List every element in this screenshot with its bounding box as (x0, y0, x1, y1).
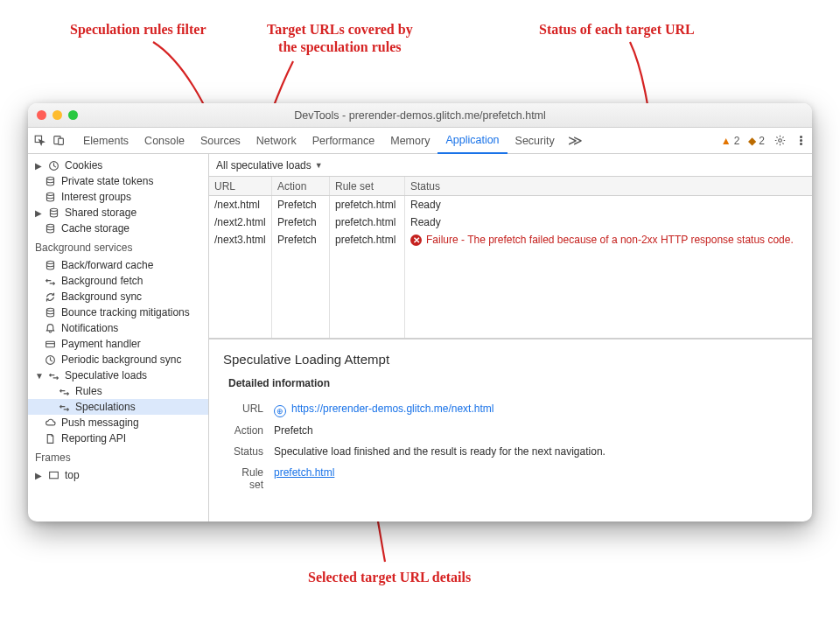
sidebar-item-background-sync[interactable]: Background sync (28, 289, 208, 304)
more-icon[interactable] (794, 135, 807, 147)
doc-icon (44, 432, 56, 444)
col-action[interactable]: Action (272, 177, 330, 195)
device-icon[interactable] (52, 135, 65, 147)
sidebar-item-push-messaging[interactable]: Push messaging (28, 415, 208, 430)
col-status[interactable]: Status (405, 177, 812, 195)
detail-ruleset-link[interactable]: prefetch.html (274, 466, 334, 479)
svg-point-8 (46, 177, 53, 179)
svg-point-4 (800, 136, 802, 137)
detail-action-label: Action (228, 424, 274, 437)
table-row[interactable]: /next3.htmlPrefetchprefetch.html✕Failure… (209, 231, 812, 248)
frame-icon (47, 469, 60, 481)
sidebar: ▶CookiesPrivate state tokensInterest gro… (28, 154, 209, 522)
annotation-status: Status of each target URL (539, 21, 695, 38)
svg-rect-2 (58, 138, 63, 144)
db-icon (44, 191, 56, 203)
sidebar-group-frames: Frames (28, 446, 208, 467)
gear-icon[interactable] (774, 135, 786, 147)
card-icon (44, 338, 56, 350)
detail-ruleset-label: Rule set (228, 466, 274, 491)
inspect-icon[interactable] (33, 135, 46, 147)
tab-console[interactable]: Console (136, 128, 192, 154)
tab-network[interactable]: Network (248, 128, 304, 154)
svg-point-10 (50, 208, 57, 211)
sidebar-item-top[interactable]: ▶top (28, 467, 208, 483)
speculative-filter-dropdown[interactable]: All speculative loads ▼ (216, 159, 323, 172)
col-url[interactable]: URL (209, 177, 272, 195)
svg-point-11 (46, 224, 53, 227)
detail-subheading: Detailed information (223, 377, 798, 389)
tab-memory[interactable]: Memory (382, 128, 438, 154)
svg-point-12 (46, 261, 53, 263)
col-ruleset[interactable]: Rule set (330, 177, 405, 195)
annotation-filter: Speculation rules filter (70, 21, 206, 38)
speculations-table: URL Action Rule set Status /next.htmlPre… (209, 177, 812, 339)
sidebar-item-speculations[interactable]: Speculations (28, 399, 208, 415)
tab-bar: ElementsConsoleSourcesNetworkPerformance… (28, 128, 812, 154)
sidebar-item-shared-storage[interactable]: ▶Shared storage (28, 205, 208, 220)
sidebar-item-background-fetch[interactable]: Background fetch (28, 273, 208, 289)
table-row[interactable]: /next.htmlPrefetchprefetch.htmlReady (209, 196, 812, 214)
sidebar-item-bounce-tracking-mitigations[interactable]: Bounce tracking mitigations (28, 304, 208, 320)
titlebar: DevTools - prerender-demos.glitch.me/pre… (28, 103, 812, 128)
tab-performance[interactable]: Performance (304, 128, 383, 154)
sidebar-group-background: Background services (28, 236, 208, 257)
db-icon (47, 206, 60, 219)
tab-security[interactable]: Security (508, 128, 563, 154)
cloud-icon (44, 416, 56, 429)
sidebar-item-interest-groups[interactable]: Interest groups (28, 189, 208, 205)
detail-status-label: Status (228, 445, 274, 458)
sync-icon (44, 290, 56, 303)
window-title: DevTools - prerender-demos.glitch.me/pre… (28, 109, 812, 122)
detail-status-value: Speculative load finished and the result… (274, 445, 798, 458)
filter-bar: All speculative loads ▼ (209, 154, 812, 177)
detail-panel: Speculative Loading Attempt Detailed inf… (209, 339, 812, 511)
sidebar-item-cache-storage[interactable]: Cache storage (28, 220, 208, 236)
warnings-badge[interactable]: ▲2 (721, 135, 740, 147)
detail-heading: Speculative Loading Attempt (223, 352, 798, 367)
detail-url-label: URL (228, 402, 274, 416)
annotation-urls: Target URLs covered by the speculation r… (267, 21, 413, 56)
tab-elements[interactable]: Elements (75, 128, 136, 154)
sidebar-item-back-forward-cache[interactable]: Back/forward cache (28, 257, 208, 273)
svg-rect-14 (46, 341, 54, 347)
table-body: /next.htmlPrefetchprefetch.htmlReady/nex… (209, 196, 812, 338)
db-icon (44, 306, 56, 318)
svg-point-13 (46, 308, 53, 311)
issues-badge[interactable]: ◆2 (748, 135, 765, 147)
globe-icon: ⊕ (274, 405, 286, 417)
arrows-icon (58, 401, 70, 413)
sidebar-item-cookies[interactable]: ▶Cookies (28, 158, 208, 173)
sidebar-item-rules[interactable]: Rules (28, 383, 208, 399)
table-row[interactable]: /next2.htmlPrefetchprefetch.htmlReady (209, 214, 812, 231)
db-icon (44, 175, 56, 187)
main-panel: All speculative loads ▼ URL Action Rule … (209, 154, 812, 522)
sidebar-item-reporting-api[interactable]: Reporting API (28, 430, 208, 446)
db-icon (44, 259, 56, 271)
arrows-icon (44, 275, 56, 287)
bell-icon (44, 322, 56, 334)
db-icon (44, 222, 56, 234)
sidebar-item-notifications[interactable]: Notifications (28, 320, 208, 336)
table-header: URL Action Rule set Status (209, 177, 812, 196)
detail-action-value: Prefetch (274, 424, 798, 437)
error-icon: ✕ (410, 234, 422, 246)
tabs-overflow-icon[interactable]: ≫ (568, 132, 583, 149)
tab-application[interactable]: Application (438, 128, 507, 154)
svg-rect-16 (49, 472, 58, 478)
sidebar-item-payment-handler[interactable]: Payment handler (28, 336, 208, 352)
annotation-details: Selected target URL details (308, 569, 471, 586)
panel-tabs: ElementsConsoleSourcesNetworkPerformance… (75, 128, 563, 154)
tab-sources[interactable]: Sources (192, 128, 248, 154)
arrows-icon (58, 385, 70, 397)
detail-url-link[interactable]: https://prerender-demos.glitch.me/next.h… (291, 402, 494, 415)
svg-point-9 (46, 192, 53, 195)
arrows-icon (47, 369, 60, 382)
svg-point-6 (800, 144, 802, 145)
svg-point-5 (800, 140, 802, 142)
sidebar-item-speculative-loads[interactable]: ▼Speculative loads (28, 368, 208, 383)
sidebar-item-periodic-background-sync[interactable]: Periodic background sync (28, 352, 208, 368)
clock-icon (47, 159, 60, 172)
sidebar-item-private-state-tokens[interactable]: Private state tokens (28, 173, 208, 189)
clock-icon (44, 354, 56, 366)
